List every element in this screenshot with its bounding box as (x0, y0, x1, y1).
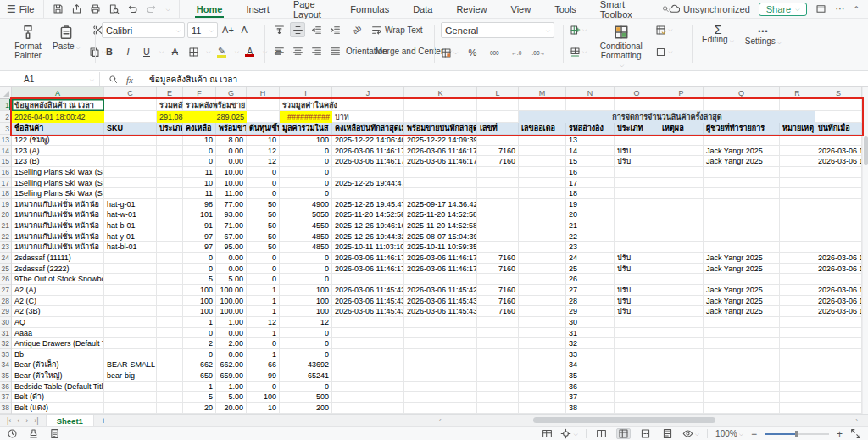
highlight-color-button[interactable]: ✎ (214, 44, 230, 59)
cell[interactable] (704, 199, 780, 210)
selection-mode-button[interactable]: ⌵ (560, 428, 577, 439)
row-header-1[interactable]: 1 (0, 99, 11, 111)
cell[interactable] (404, 338, 477, 349)
editing-button[interactable]: Σ Editing⌵ (698, 23, 737, 45)
cell[interactable] (404, 188, 477, 199)
cell[interactable] (704, 370, 780, 382)
cell[interactable] (704, 209, 780, 220)
cell[interactable]: 2026-03-06 11:45: (815, 264, 862, 275)
column-header-P[interactable]: P (659, 87, 704, 99)
cell[interactable] (780, 167, 815, 178)
header-A3[interactable]: ชื่อสินค้า (12, 123, 104, 135)
cell[interactable]: ปรับ (615, 285, 659, 296)
header-M3[interactable]: เลขออเดอ (519, 123, 566, 135)
cell[interactable] (157, 199, 183, 210)
cell[interactable] (404, 317, 477, 328)
header-L3[interactable]: เลขที่ (477, 123, 519, 135)
cell[interactable]: 4850 (280, 231, 332, 242)
column-header-N[interactable]: N (566, 87, 615, 99)
row-header-20[interactable]: 20 (0, 209, 11, 220)
tab-home[interactable]: Home (186, 0, 233, 18)
cell[interactable] (659, 392, 704, 403)
cell[interactable]: 2026-03-06 11:45:43 (332, 306, 404, 317)
prev-sheet-icon[interactable]: ‹ (17, 416, 19, 425)
cell[interactable]: 0 (280, 349, 332, 360)
cell[interactable]: Bear (ตัวใหญ่) (12, 370, 104, 382)
cell[interactable]: 4850 (280, 242, 332, 253)
cell[interactable]: 12 (280, 317, 332, 328)
cell[interactable] (519, 370, 566, 382)
cell[interactable] (615, 167, 659, 178)
cell[interactable] (780, 253, 815, 264)
cell[interactable]: 1 (247, 349, 280, 360)
row-header-33[interactable]: 33 (0, 349, 11, 360)
increase-indent-button[interactable] (327, 22, 342, 37)
cell[interactable] (157, 231, 183, 242)
cell[interactable]: 1 (183, 317, 216, 328)
cell[interactable] (157, 264, 183, 275)
cell[interactable] (659, 146, 704, 157)
cell[interactable]: 100 (280, 285, 332, 296)
cell[interactable]: 1หมวกแก๊ปแฟชั่น หน้าน้อ (12, 231, 104, 242)
cell[interactable] (704, 135, 780, 146)
cell[interactable] (104, 135, 157, 146)
qat-more-icon[interactable]: ⌵ (166, 6, 170, 13)
cell[interactable] (704, 220, 780, 231)
vertical-scrollbar-thumb[interactable] (864, 136, 868, 165)
cell[interactable]: 2026-03-06 11:45:43 (404, 306, 477, 317)
row-header-32[interactable]: 32 (0, 338, 11, 349)
cell[interactable] (247, 99, 280, 111)
cell[interactable] (780, 382, 815, 393)
tab-formulas[interactable]: Formulas (340, 0, 399, 18)
cell[interactable] (157, 178, 183, 189)
cell[interactable]: Jack Yangr 2025 (704, 296, 780, 307)
tab-page-layout[interactable]: Page Layout (283, 0, 337, 18)
cell[interactable]: 0 (247, 178, 280, 189)
cell[interactable] (615, 349, 659, 360)
first-sheet-icon[interactable]: |‹ (7, 416, 11, 425)
cell[interactable]: 2026-03-06 11:46:17 (332, 146, 404, 157)
cell[interactable]: 100 (183, 296, 216, 307)
header-P3[interactable]: เหตุผล (659, 123, 704, 135)
cell[interactable] (615, 338, 659, 349)
cell[interactable] (659, 188, 704, 199)
cell[interactable] (104, 296, 157, 307)
cell[interactable] (519, 296, 566, 307)
cell[interactable]: AQ (12, 317, 104, 328)
cell[interactable] (704, 242, 780, 253)
cell[interactable] (519, 285, 566, 296)
cell[interactable] (659, 264, 704, 275)
cell[interactable]: 19 (566, 199, 615, 210)
row-header-35[interactable]: 35 (0, 370, 11, 382)
save-icon[interactable] (53, 3, 64, 14)
cell[interactable]: 1.00 (216, 382, 247, 393)
cell[interactable]: 662 (183, 359, 216, 370)
cell[interactable] (659, 135, 704, 146)
cell[interactable]: 0 (280, 253, 332, 264)
cell[interactable] (519, 188, 566, 199)
cell[interactable]: 12 (247, 317, 280, 328)
cell[interactable]: 0 (280, 188, 332, 199)
cell[interactable]: 2026-03-06 11:46:17 (332, 253, 404, 264)
row-header-36[interactable]: 36 (0, 382, 11, 393)
cell[interactable] (704, 403, 780, 414)
row-header-28[interactable]: 28 (0, 296, 11, 307)
strikethrough-button[interactable]: A (167, 44, 182, 59)
cell[interactable]: 1 (183, 382, 216, 393)
cell[interactable]: hat-bl-01 (104, 242, 157, 253)
cell[interactable] (157, 317, 183, 328)
decrease-decimal-button[interactable]: .00→ (531, 45, 546, 60)
cell[interactable] (704, 167, 780, 178)
underline-button[interactable]: U (139, 44, 154, 59)
cell[interactable]: 10 (183, 135, 216, 146)
cell[interactable] (104, 306, 157, 317)
header-C3[interactable]: SKU (104, 123, 157, 135)
stamp-icon[interactable] (28, 428, 39, 439)
cell[interactable] (815, 135, 862, 146)
cell[interactable] (780, 359, 815, 370)
cell[interactable] (704, 359, 780, 370)
cell[interactable]: 1หมวกแก๊ปแฟชั่น หน้าน้อ (12, 220, 104, 231)
cell[interactable] (519, 199, 566, 210)
cell[interactable] (615, 99, 659, 111)
header-S3[interactable]: บันทึกเมื่อ (815, 123, 862, 135)
